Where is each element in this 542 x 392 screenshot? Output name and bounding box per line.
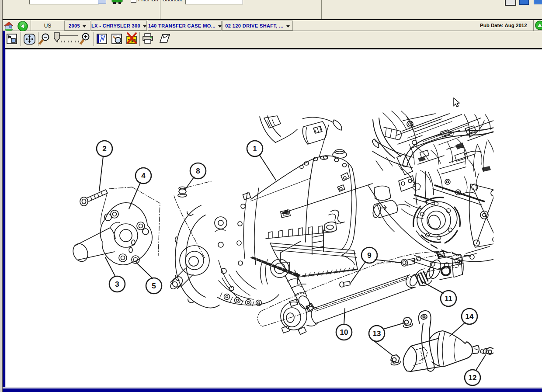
svg-text:12: 12 [469,374,477,382]
svg-text:11: 11 [445,295,452,303]
svg-text:1: 1 [253,145,257,153]
svg-text:10: 10 [340,328,348,336]
svg-text:13: 13 [373,330,381,338]
svg-text:5: 5 [152,282,156,290]
svg-text:3: 3 [115,280,119,288]
svg-text:8: 8 [196,167,200,175]
svg-text:9: 9 [367,251,371,260]
svg-text:14: 14 [466,312,474,321]
svg-text:4: 4 [141,172,146,180]
svg-text:2: 2 [102,145,106,153]
